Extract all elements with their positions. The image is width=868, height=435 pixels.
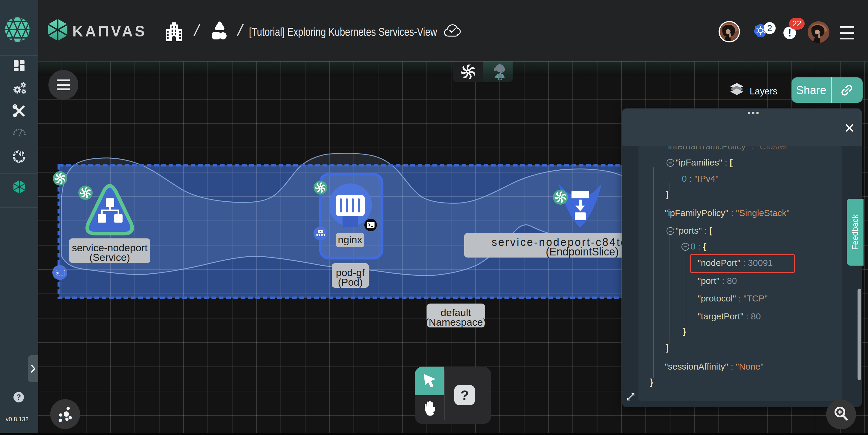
svg-text:!: ! xyxy=(788,27,792,39)
svg-text:(Pod): (Pod) xyxy=(338,276,363,288)
svg-text:(Namespace): (Namespace) xyxy=(425,316,486,328)
svg-text:22: 22 xyxy=(793,19,801,28)
svg-text:(EndpointSlice): (EndpointSlice) xyxy=(546,245,619,258)
svg-text:2: 2 xyxy=(767,23,772,33)
svg-text:nginx: nginx xyxy=(338,234,362,245)
svg-text:(Service): (Service) xyxy=(89,252,130,263)
